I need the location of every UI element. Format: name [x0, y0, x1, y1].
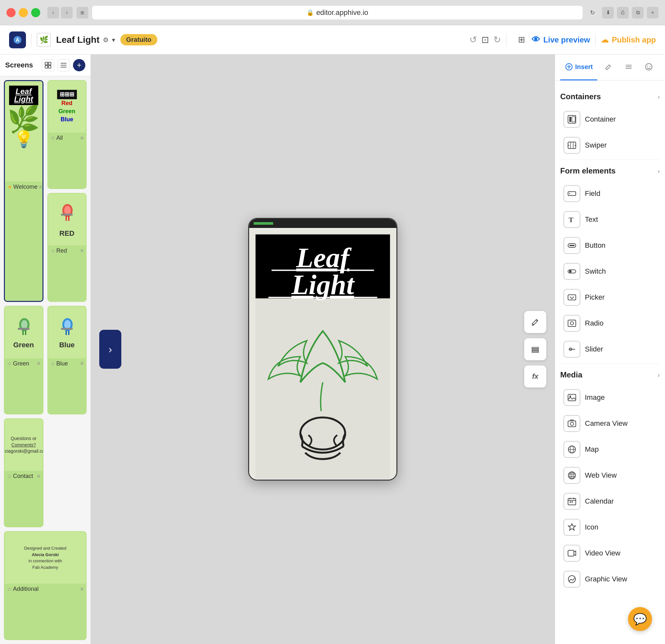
welcome-list-icon[interactable]: ≡	[39, 184, 42, 190]
next-screen-button[interactable]: ›	[99, 330, 121, 369]
green-preview: Green	[4, 307, 43, 358]
refresh-button[interactable]: ↻	[587, 7, 598, 19]
red-star-icon[interactable]: ☆	[51, 248, 55, 254]
contact-star-icon[interactable]: ☆	[7, 473, 12, 479]
additional-star-icon[interactable]: ☆	[7, 586, 12, 592]
graphic-view-icon	[564, 571, 580, 588]
contact-list-icon[interactable]: ≡	[37, 473, 40, 479]
component-swiper[interactable]: Swiper	[560, 132, 660, 158]
chevron-down-icon[interactable]: ▾	[112, 36, 115, 44]
new-tab-button[interactable]: +	[647, 7, 659, 19]
red-screen-label: RED	[59, 229, 74, 238]
svg-point-82	[568, 575, 575, 583]
address-bar[interactable]: 🔒 editor.apphive.io	[92, 6, 583, 19]
blue-list-icon[interactable]: ≡	[80, 360, 83, 366]
live-preview-button[interactable]: 👁 Live preview	[532, 35, 590, 45]
tab-edit[interactable]	[600, 55, 617, 80]
red-list-icon[interactable]: ≡	[80, 248, 83, 254]
close-button[interactable]	[6, 8, 16, 17]
component-button[interactable]: Button	[560, 233, 660, 258]
component-map[interactable]: Map	[560, 436, 660, 463]
component-field[interactable]: Field	[560, 181, 660, 207]
screen-card-contact[interactable]: Questions orComments?aleciagorski@gmail.…	[4, 418, 43, 527]
component-radio[interactable]: Radio	[560, 310, 660, 336]
component-picker[interactable]: Picker	[560, 285, 660, 310]
component-camera-view[interactable]: Camera View	[560, 411, 660, 436]
welcome-label: Welcome	[13, 183, 38, 190]
minimize-button[interactable]	[19, 8, 28, 17]
tab-list[interactable]	[620, 55, 638, 80]
tab-emoji[interactable]	[640, 55, 658, 80]
component-container[interactable]: Container	[560, 106, 660, 132]
screen-card-all[interactable]: ⊞⊞⊞ Red Green Blue ☆ All ≡	[48, 80, 87, 189]
screens-tab-label[interactable]: Screens	[5, 61, 39, 70]
all-list-icon[interactable]: ≡	[80, 135, 83, 141]
sidebar-toggle-button[interactable]: ⊞	[77, 7, 88, 19]
screen-card-green[interactable]: Green ☆ Green ≡	[4, 306, 43, 415]
grid-icon[interactable]: ⊞	[518, 35, 525, 45]
component-graphic-view[interactable]: Graphic View	[560, 566, 660, 592]
publish-button[interactable]: ☁ Publish app	[601, 35, 656, 44]
redo-button[interactable]: ↻	[493, 34, 501, 45]
contact-label: Contact	[13, 473, 36, 480]
additional-list-icon[interactable]: ≡	[80, 586, 83, 592]
fx-label: fx	[532, 372, 538, 381]
component-video-view[interactable]: Video View	[560, 540, 660, 566]
green-star-icon[interactable]: ☆	[7, 360, 12, 367]
gear-icon[interactable]: ⚙	[103, 36, 109, 44]
sidebar-icon-btn-2[interactable]	[57, 59, 70, 71]
video-view-icon	[564, 545, 580, 562]
save-button[interactable]: ⊡	[481, 34, 489, 45]
container-label: Container	[585, 115, 616, 123]
containers-section-header: Containers ›	[560, 87, 660, 106]
component-text[interactable]: T Text	[560, 207, 660, 233]
tab-insert[interactable]: Insert	[560, 55, 597, 80]
component-calendar[interactable]: Calendar	[560, 488, 660, 514]
share-button[interactable]: ⎙	[617, 7, 629, 19]
component-icon-element[interactable]: Icon	[560, 514, 660, 540]
forward-button[interactable]: ›	[61, 7, 73, 19]
component-image[interactable]: Image	[560, 385, 660, 411]
chat-icon: 💬	[633, 612, 647, 625]
pip-button[interactable]: ⧉	[632, 7, 644, 19]
svg-point-56	[569, 270, 572, 273]
blue-star-icon[interactable]: ☆	[51, 360, 55, 367]
plan-badge[interactable]: Gratuito	[120, 34, 157, 45]
tab-code[interactable]	[660, 55, 665, 80]
undo-button[interactable]: ↺	[469, 34, 477, 45]
swiper-label: Swiper	[585, 141, 607, 150]
screen-card-red[interactable]: RED ☆ Red ≡	[48, 193, 87, 302]
component-switch[interactable]: Switch	[560, 258, 660, 285]
add-screen-button[interactable]: +	[73, 59, 85, 71]
green-list-icon[interactable]: ≡	[37, 360, 40, 366]
field-icon	[564, 185, 580, 202]
app-name: Leaf Light	[56, 35, 100, 45]
map-label: Map	[585, 445, 599, 454]
svg-rect-79	[572, 501, 573, 503]
right-panel-tabs: Insert	[555, 55, 665, 80]
containers-chevron-icon[interactable]: ›	[658, 93, 660, 100]
maximize-button[interactable]	[31, 8, 40, 17]
welcome-star-icon[interactable]: ★	[7, 184, 12, 190]
sidebar-icon-btn-1[interactable]	[42, 59, 54, 71]
leaf-light-drawing: Leaf Light	[249, 228, 396, 480]
download-button[interactable]: ⬇	[602, 7, 614, 19]
component-slider[interactable]: Slider	[560, 336, 660, 362]
titlebar: ‹ › ⊞ 🔒 editor.apphive.io ↻ ⬇ ⎙ ⧉ +	[0, 0, 665, 25]
screen-card-welcome[interactable]: LeafLight 🌿 💡 ★ Welcome ≡	[4, 80, 43, 302]
chat-bubble-button[interactable]: 💬	[628, 607, 652, 631]
formula-tool-button[interactable]: fx	[524, 366, 546, 388]
svg-marker-80	[568, 524, 575, 530]
calendar-icon	[564, 493, 580, 510]
edit-tool-button[interactable]	[524, 311, 546, 333]
screen-card-additional[interactable]: Designed and CreatedAlecia Gorskiin conn…	[4, 531, 87, 640]
back-button[interactable]: ‹	[48, 7, 59, 19]
media-chevron-icon[interactable]: ›	[658, 371, 660, 379]
screen-card-blue[interactable]: Blue ☆ Blue ≡	[48, 306, 87, 415]
video-view-label: Video View	[585, 549, 620, 558]
layers-tool-button[interactable]	[524, 338, 546, 360]
form-elements-chevron-icon[interactable]: ›	[658, 167, 660, 175]
all-star-icon[interactable]: ☆	[51, 135, 55, 141]
welcome-title-box: LeafLight	[9, 85, 38, 105]
component-web-view[interactable]: Web View	[560, 463, 660, 488]
